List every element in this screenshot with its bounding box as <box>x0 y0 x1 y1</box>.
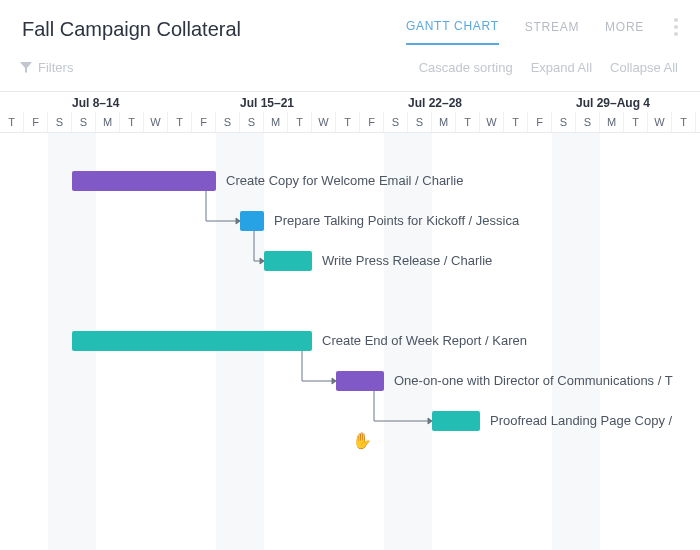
gantt-task-bar[interactable] <box>336 371 384 391</box>
day-column-header: T <box>456 112 480 132</box>
day-column-header: T <box>288 112 312 132</box>
day-column-header: W <box>144 112 168 132</box>
day-column-header: S <box>48 112 72 132</box>
day-column-header: S <box>240 112 264 132</box>
gantt-task-bar[interactable] <box>72 171 216 191</box>
day-column-header: T <box>120 112 144 132</box>
day-column-header: T <box>336 112 360 132</box>
day-column-header: S <box>72 112 96 132</box>
day-column-header: F <box>360 112 384 132</box>
day-column-header: S <box>408 112 432 132</box>
gantt-task-bar[interactable] <box>432 411 480 431</box>
day-column-header: M <box>432 112 456 132</box>
tab-stream[interactable]: STREAM <box>525 20 579 44</box>
weekend-column <box>576 133 600 550</box>
day-column-header: W <box>312 112 336 132</box>
weekend-column <box>552 133 576 550</box>
gantt-task-bar[interactable] <box>72 331 312 351</box>
day-column-header: M <box>600 112 624 132</box>
gantt-task-label: Create End of Week Report / Karen <box>322 331 527 351</box>
day-column-header: S <box>576 112 600 132</box>
day-column-header: S <box>216 112 240 132</box>
day-column-header: T <box>504 112 528 132</box>
gantt-task-label: Write Press Release / Charlie <box>322 251 492 271</box>
day-column-header: S <box>552 112 576 132</box>
day-column-header: M <box>96 112 120 132</box>
day-column-header: T <box>0 112 24 132</box>
gantt-task-label: Prepare Talking Points for Kickoff / Jes… <box>274 211 519 231</box>
day-column-header: T <box>168 112 192 132</box>
day-column-header: F <box>192 112 216 132</box>
filters-button[interactable]: Filters <box>20 60 73 75</box>
gantt-task-label: Create Copy for Welcome Email / Charlie <box>226 171 463 191</box>
page-title: Fall Campaign Collateral <box>22 18 406 41</box>
week-label: Jul 22–28 <box>408 96 462 110</box>
day-column-header: S <box>384 112 408 132</box>
view-tabs: GANTT CHART STREAM MORE <box>406 18 678 46</box>
week-label: Jul 15–21 <box>240 96 294 110</box>
day-column-header: F <box>528 112 552 132</box>
week-label: Jul 8–14 <box>72 96 119 110</box>
gantt-chart-area[interactable]: ✋ Create Copy for Welcome Email / Charli… <box>0 133 700 550</box>
filter-icon <box>20 62 32 74</box>
week-label: Jul 29–Aug 4 <box>576 96 650 110</box>
tab-gantt[interactable]: GANTT CHART <box>406 19 499 45</box>
day-column-header: F <box>24 112 48 132</box>
day-column-header: T <box>624 112 648 132</box>
gantt-task-bar[interactable] <box>264 251 312 271</box>
gantt-task-label: One-on-one with Director of Communicatio… <box>394 371 673 391</box>
tab-more[interactable]: MORE <box>605 20 644 44</box>
gantt-task-bar[interactable] <box>240 211 264 231</box>
gantt-task-label: Proofread Landing Page Copy / <box>490 411 672 431</box>
kebab-menu-icon[interactable] <box>674 18 678 46</box>
cascade-sorting-button[interactable]: Cascade sorting <box>419 60 513 75</box>
pan-cursor-icon: ✋ <box>352 431 372 450</box>
day-column-header: W <box>648 112 672 132</box>
day-column-header: W <box>480 112 504 132</box>
collapse-all-button[interactable]: Collapse All <box>610 60 678 75</box>
timeline-header: Jul 8–14Jul 15–21Jul 22–28Jul 29–Aug 4 T… <box>0 91 700 133</box>
expand-all-button[interactable]: Expand All <box>531 60 592 75</box>
filters-label: Filters <box>38 60 73 75</box>
day-column-header: M <box>264 112 288 132</box>
day-column-header: T <box>672 112 696 132</box>
weekend-column <box>48 133 72 550</box>
